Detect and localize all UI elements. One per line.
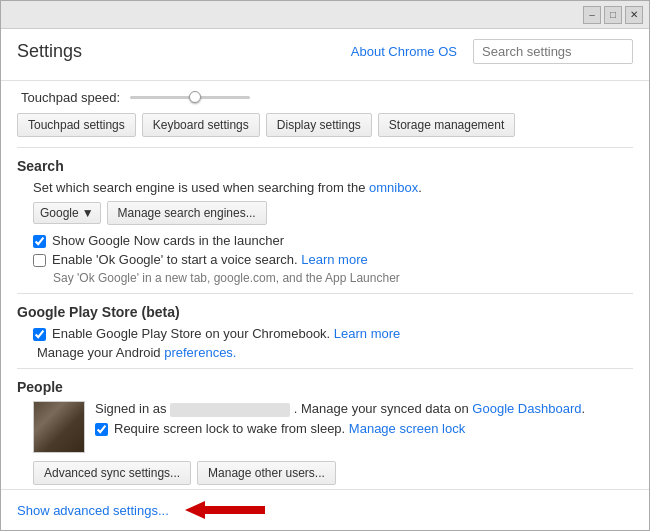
manage-users-button[interactable]: Manage other users... <box>197 461 336 485</box>
section-divider-2 <box>17 293 633 294</box>
touchpad-speed-row: Touchpad speed: <box>17 89 633 105</box>
people-section-content: Signed in as . Manage your synced data o… <box>17 401 633 485</box>
header-divider <box>1 80 649 81</box>
settings-window: – □ ✕ Settings About Chrome OS Touchpad … <box>0 0 650 531</box>
section-divider-1 <box>17 147 633 148</box>
page-title: Settings <box>17 41 82 62</box>
hardware-buttons-row: Touchpad settings Keyboard settings Disp… <box>17 113 633 137</box>
display-settings-button[interactable]: Display settings <box>266 113 372 137</box>
footer: Show advanced settings... <box>1 489 649 530</box>
play-store-section-content: Enable Google Play Store on your Chromeb… <box>17 326 633 360</box>
maximize-button[interactable]: □ <box>604 6 622 24</box>
search-section-title: Search <box>17 158 633 174</box>
android-preferences-link[interactable]: preferences. <box>164 345 236 360</box>
learn-more-voice-link[interactable]: Learn more <box>301 252 367 267</box>
close-button[interactable]: ✕ <box>625 6 643 24</box>
touchpad-label: Touchpad speed: <box>21 90 120 105</box>
search-description: Set which search engine is used when sea… <box>33 180 633 195</box>
screen-lock-label: Require screen lock to wake from sleep. … <box>114 421 465 436</box>
section-divider-3 <box>17 368 633 369</box>
play-store-checkbox[interactable] <box>33 328 46 341</box>
ok-google-label: Enable 'Ok Google' to start a voice sear… <box>52 252 368 267</box>
svg-marker-0 <box>185 501 265 519</box>
user-name-placeholder <box>170 403 290 417</box>
touchpad-slider[interactable] <box>130 89 250 105</box>
advanced-sync-button[interactable]: Advanced sync settings... <box>33 461 191 485</box>
android-preferences-row: Manage your Android preferences. <box>33 345 633 360</box>
storage-management-button[interactable]: Storage management <box>378 113 515 137</box>
omnibox-link[interactable]: omnibox <box>369 180 418 195</box>
search-input[interactable] <box>473 39 633 64</box>
minimize-button[interactable]: – <box>583 6 601 24</box>
show-advanced-link[interactable]: Show advanced settings... <box>17 503 169 518</box>
screen-lock-checkbox[interactable] <box>95 423 108 436</box>
google-now-checkbox-row: Show Google Now cards in the launcher <box>33 233 633 248</box>
google-dashboard-link[interactable]: Google Dashboard <box>472 401 581 416</box>
header: Settings About Chrome OS <box>1 29 649 72</box>
signed-in-text: Signed in as <box>95 401 167 416</box>
search-engine-select[interactable]: Google ▼ <box>33 202 101 224</box>
screen-lock-checkbox-row: Require screen lock to wake from sleep. … <box>95 421 633 436</box>
avatar <box>33 401 85 453</box>
google-now-checkbox[interactable] <box>33 235 46 248</box>
titlebar: – □ ✕ <box>1 1 649 29</box>
ok-google-checkbox[interactable] <box>33 254 46 267</box>
header-right: About Chrome OS <box>351 39 633 64</box>
play-store-section-title: Google Play Store (beta) <box>17 304 633 320</box>
search-desc-end: . <box>418 180 422 195</box>
search-engine-row: Google ▼ Manage search engines... <box>33 201 633 225</box>
touchpad-settings-button[interactable]: Touchpad settings <box>17 113 136 137</box>
manage-screen-lock-link[interactable]: Manage screen lock <box>349 421 465 436</box>
red-arrow-icon <box>185 500 265 520</box>
people-section-title: People <box>17 379 633 395</box>
avatar-image <box>34 402 84 452</box>
search-engine-label: Google <box>40 206 79 220</box>
dropdown-arrow-icon: ▼ <box>82 206 94 220</box>
play-store-learn-more-link[interactable]: Learn more <box>334 326 400 341</box>
ok-google-sub-text: Say 'Ok Google' in a new tab, google.com… <box>33 271 633 285</box>
manage-search-engines-button[interactable]: Manage search engines... <box>107 201 267 225</box>
signed-in-row: Signed in as . Manage your synced data o… <box>95 401 633 417</box>
play-store-checkbox-row: Enable Google Play Store on your Chromeb… <box>33 326 633 341</box>
people-info-row: Signed in as . Manage your synced data o… <box>33 401 633 453</box>
ok-google-checkbox-row: Enable 'Ok Google' to start a voice sear… <box>33 252 633 267</box>
search-desc-text: Set which search engine is used when sea… <box>33 180 365 195</box>
settings-content: Touchpad speed: Touchpad settings Keyboa… <box>1 89 649 489</box>
google-now-label: Show Google Now cards in the launcher <box>52 233 284 248</box>
people-details: Signed in as . Manage your synced data o… <box>95 401 633 440</box>
keyboard-settings-button[interactable]: Keyboard settings <box>142 113 260 137</box>
play-store-label: Enable Google Play Store on your Chromeb… <box>52 326 400 341</box>
about-chrome-link[interactable]: About Chrome OS <box>351 44 457 59</box>
search-section-content: Set which search engine is used when sea… <box>17 180 633 285</box>
people-buttons-row: Advanced sync settings... Manage other u… <box>33 461 633 485</box>
slider-thumb <box>189 91 201 103</box>
